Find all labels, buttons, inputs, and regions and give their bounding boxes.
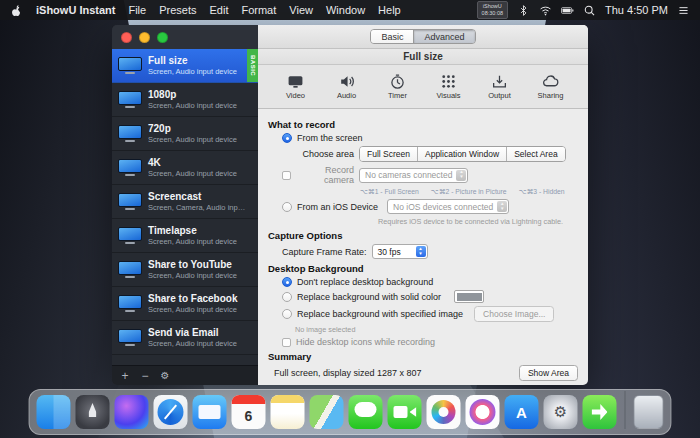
tab-basic[interactable]: Basic <box>371 30 413 43</box>
sidebar-footer: + − ⚙ <box>112 365 258 385</box>
ishowu-status-badge[interactable]: iShowU 08:30:08 <box>477 1 508 18</box>
solid-color-radio[interactable] <box>282 292 292 302</box>
preset-item-share-youtube[interactable]: Share to YouTube Screen, Audio input dev… <box>112 253 258 287</box>
toolbar-tab-audio[interactable]: Audio <box>329 73 365 100</box>
menu-item-file[interactable]: File <box>128 4 146 16</box>
preset-subtitle: Screen, Audio input device <box>148 305 237 314</box>
siri-icon[interactable] <box>115 395 149 429</box>
specified-image-radio[interactable] <box>282 309 292 319</box>
toolbar-tab-sharing[interactable]: Sharing <box>533 73 569 100</box>
select-area-button[interactable]: Select Area <box>506 147 564 161</box>
preset-item-720p[interactable]: 720p Screen, Audio input device <box>112 117 258 151</box>
preset-text: Screencast Screen, Camera, Audio input..… <box>148 191 248 213</box>
preset-text: Share to Facebook Screen, Audio input de… <box>148 293 237 315</box>
preset-item-timelapse[interactable]: Timelapse Screen, Audio input device <box>112 219 258 253</box>
preset-list: Full size Screen, Audio input device BAS… <box>112 49 258 365</box>
preset-text: 1080p Screen, Audio input device <box>148 89 237 111</box>
window-titlebar[interactable]: Basic Advanced <box>258 25 588 49</box>
mail-icon[interactable] <box>193 395 227 429</box>
monitor-icon <box>118 329 142 346</box>
settings-content: What to record From the screen Choose ar… <box>258 109 588 385</box>
preset-subtitle: Screen, Audio input device <box>148 169 237 178</box>
preset-item-4k[interactable]: 4K Screen, Audio input device <box>112 151 258 185</box>
notification-center-icon[interactable] <box>677 4 690 17</box>
ios-device-popup[interactable]: No iOS devices connected ▲▼ <box>387 199 509 214</box>
toolbar-label: Timer <box>388 91 407 100</box>
search-icon[interactable] <box>583 4 596 17</box>
system-preferences-icon[interactable]: ⚙ <box>544 395 578 429</box>
close-button[interactable] <box>121 32 132 43</box>
remove-preset-button[interactable]: − <box>136 370 154 382</box>
preset-item-full-size[interactable]: Full size Screen, Audio input device BAS… <box>112 49 258 83</box>
hotkey-hidden: ⌥⌘3 - Hidden <box>519 188 565 196</box>
from-ios-radio[interactable] <box>282 202 292 212</box>
from-screen-label: From the screen <box>297 133 363 143</box>
hide-icons-checkbox[interactable] <box>282 338 291 347</box>
messages-icon[interactable] <box>349 395 383 429</box>
menu-item-presets[interactable]: Presets <box>159 4 196 16</box>
wifi-icon[interactable] <box>539 4 552 17</box>
safari-icon[interactable] <box>154 395 188 429</box>
menu-clock[interactable]: Thu 4:50 PM <box>605 4 668 16</box>
show-area-button[interactable]: Show Area <box>519 365 578 381</box>
menu-item-window[interactable]: Window <box>326 4 365 16</box>
monitor-icon <box>118 193 142 210</box>
menu-bar-status-area: iShowU 08:30:08 Thu 4:50 PM <box>477 1 690 18</box>
menu-app-name[interactable]: iShowU Instant <box>36 4 115 16</box>
itunes-icon[interactable]: ♪ <box>466 395 500 429</box>
launchpad-icon[interactable] <box>76 395 110 429</box>
preset-title: Share to YouTube <box>148 259 237 272</box>
frame-rate-popup[interactable]: 30 fps ▲▼ <box>372 244 428 259</box>
solid-color-row: Replace background with solid color <box>282 290 578 303</box>
battery-icon[interactable] <box>561 4 574 17</box>
sharing-cloud-icon <box>542 73 559 90</box>
dont-replace-radio[interactable] <box>282 277 292 287</box>
from-ios-row: From an iOS Device No iOS devices connec… <box>282 199 578 214</box>
section-capture-options: Capture Options <box>268 230 578 241</box>
preset-item-share-facebook[interactable]: Share to Facebook Screen, Audio input de… <box>112 287 258 321</box>
minimize-button[interactable] <box>139 32 150 43</box>
bluetooth-icon[interactable] <box>517 4 530 17</box>
camera-popup[interactable]: No cameras connected ▲▼ <box>359 168 468 183</box>
preset-item-1080p[interactable]: 1080p Screen, Audio input device <box>112 83 258 117</box>
menu-item-format[interactable]: Format <box>241 4 276 16</box>
preset-subtitle: Screen, Audio input device <box>148 135 237 144</box>
zoom-button[interactable] <box>157 32 168 43</box>
frame-rate-row: Capture Frame Rate: 30 fps ▲▼ <box>282 244 578 259</box>
finder-icon[interactable] <box>37 395 71 429</box>
notes-icon[interactable] <box>271 395 305 429</box>
add-preset-button[interactable]: + <box>116 370 134 382</box>
record-camera-checkbox[interactable] <box>282 171 291 180</box>
menu-item-view[interactable]: View <box>289 4 313 16</box>
appstore-letter: A <box>505 395 539 429</box>
toolbar-tab-timer[interactable]: Timer <box>380 73 416 100</box>
from-screen-radio[interactable] <box>282 133 292 143</box>
menu-item-help[interactable]: Help <box>378 4 401 16</box>
preset-text: Send via Email Screen, Audio input devic… <box>148 327 237 349</box>
specified-image-row: Replace background with specified image … <box>282 306 578 322</box>
timer-icon <box>389 73 406 90</box>
toolbar-tab-output[interactable]: Output <box>482 73 518 100</box>
facetime-icon[interactable] <box>388 395 422 429</box>
preset-text: 720p Screen, Audio input device <box>148 123 237 145</box>
toolbar-tab-visuals[interactable]: Visuals <box>431 73 467 100</box>
window-titlebar-left[interactable] <box>112 25 258 49</box>
calendar-icon[interactable]: 6 <box>232 395 266 429</box>
status-badge-line1: iShowU <box>482 3 503 10</box>
ishowu-dock-icon[interactable] <box>583 395 617 429</box>
application-window-button[interactable]: Application Window <box>417 147 506 161</box>
tab-advanced[interactable]: Advanced <box>413 30 474 43</box>
apple-menu-icon[interactable] <box>10 4 23 17</box>
app-store-icon[interactable]: A <box>505 395 539 429</box>
preset-item-screencast[interactable]: Screencast Screen, Camera, Audio input..… <box>112 185 258 219</box>
full-screen-button[interactable]: Full Screen <box>360 147 417 161</box>
preset-gear-button[interactable]: ⚙ <box>156 371 174 381</box>
menu-item-edit[interactable]: Edit <box>209 4 228 16</box>
photos-icon[interactable] <box>427 395 461 429</box>
toolbar-tab-video[interactable]: Video <box>278 73 314 100</box>
maps-icon[interactable] <box>310 395 344 429</box>
color-well[interactable] <box>454 290 484 303</box>
preset-item-send-email[interactable]: Send via Email Screen, Audio input devic… <box>112 321 258 355</box>
choose-image-button[interactable]: Choose Image... <box>474 306 554 322</box>
trash-icon[interactable] <box>634 395 664 429</box>
